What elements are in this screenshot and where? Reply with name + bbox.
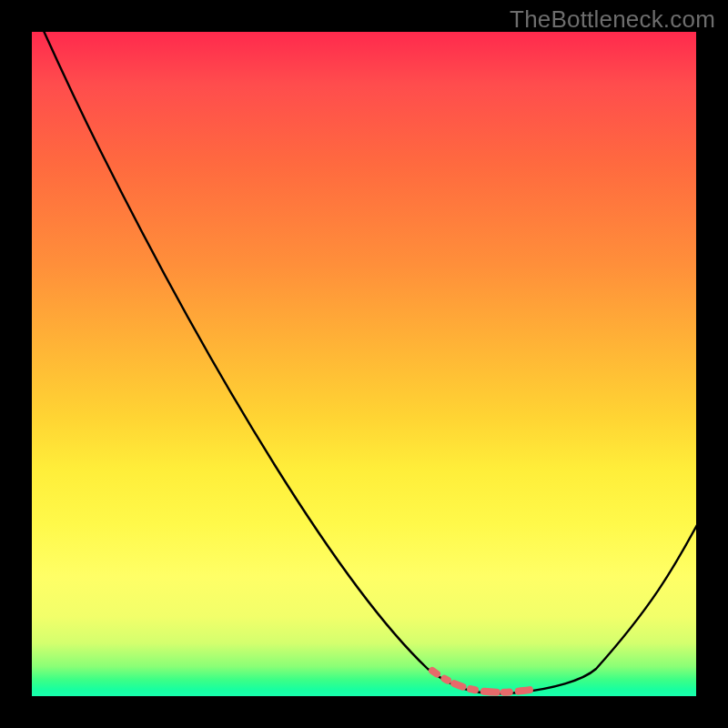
optimal-range-marker	[432, 663, 600, 693]
plot-area	[32, 32, 696, 696]
bottleneck-curve-layer	[32, 32, 696, 696]
chart-frame: TheBottleneck.com	[0, 0, 728, 728]
watermark-text: TheBottleneck.com	[510, 5, 715, 34]
bottleneck-curve	[32, 32, 696, 693]
